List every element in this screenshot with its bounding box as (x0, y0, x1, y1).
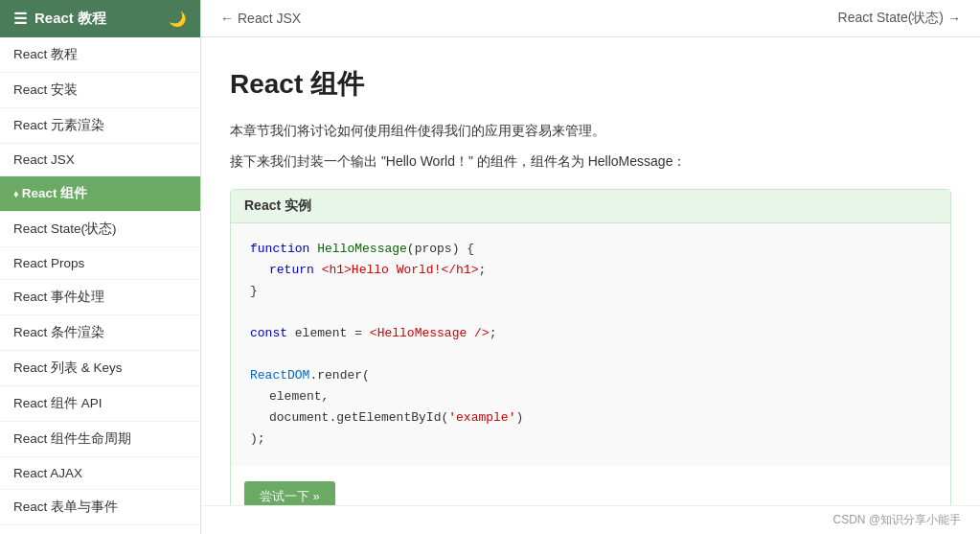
page-desc-1: 本章节我们将讨论如何使用组件使得我们的应用更容易来管理。 (230, 120, 951, 143)
menu-icon: ☰ (13, 10, 27, 28)
sidebar-item-12[interactable]: React AJAX (0, 457, 200, 490)
sidebar-item-11[interactable]: React 组件生命周期 (0, 422, 200, 457)
sidebar-item-9[interactable]: React 列表 & Keys (0, 351, 200, 386)
sidebar-item-6[interactable]: React Props (0, 247, 200, 280)
sidebar-item-14[interactable]: React Refs (0, 525, 200, 534)
code-line-6: element, (250, 386, 931, 407)
try-button-wrapper: 尝试一下 » (231, 466, 950, 505)
code-line-8: ); (250, 429, 931, 450)
code-line-4: const element = <HelloMessage />; (250, 323, 931, 344)
sidebar-item-3[interactable]: React JSX (0, 144, 200, 176)
code-line-2: return <h1>Hello World!</h1>; (250, 260, 931, 281)
code-box-title: React 实例 (231, 190, 950, 223)
next-link[interactable]: React State(状态) (838, 10, 961, 27)
sidebar-item-4[interactable]: React 组件 (0, 176, 200, 212)
sidebar-item-8[interactable]: React 条件渲染 (0, 315, 200, 351)
sidebar-item-2[interactable]: React 元素渲染 (0, 108, 200, 144)
code-content: function HelloMessage(props) { return <h… (231, 223, 950, 466)
sidebar-item-13[interactable]: React 表单与事件 (0, 490, 200, 525)
sidebar-title: React 教程 (34, 10, 106, 28)
prev-link[interactable]: React JSX (220, 11, 301, 26)
code-line-7: document.getElementById('example') (250, 407, 931, 429)
navigation-bar: React JSX React State(状态) (201, 0, 980, 37)
sidebar-item-0[interactable]: React 教程 (0, 37, 200, 73)
code-line-1: function HelloMessage(props) { (250, 239, 931, 260)
sidebar-header: ☰ React 教程 🌙 (0, 0, 200, 37)
try-it-button[interactable]: 尝试一下 » (244, 481, 335, 505)
footer-note: CSDN @知识分享小能手 (201, 505, 980, 534)
sidebar-item-7[interactable]: React 事件处理 (0, 280, 200, 315)
code-line-3: } (250, 281, 931, 302)
code-line-5: ReactDOM.render( (250, 365, 931, 386)
main-content: React JSX React State(状态) React 组件 本章节我们… (201, 0, 980, 534)
page-desc-2: 接下来我们封装一个输出 "Hello World！" 的组件，组件名为 Hell… (230, 151, 951, 174)
page-title: React 组件 (230, 66, 951, 103)
sidebar: ☰ React 教程 🌙 React 教程React 安装React 元素渲染R… (0, 0, 201, 534)
sidebar-item-5[interactable]: React State(状态) (0, 212, 200, 247)
code-line-blank1 (250, 302, 931, 323)
moon-icon: 🌙 (169, 11, 187, 28)
sidebar-item-1[interactable]: React 安装 (0, 73, 200, 108)
code-example-box: React 实例 function HelloMessage(props) { … (230, 189, 951, 505)
sidebar-item-10[interactable]: React 组件 API (0, 386, 200, 422)
sidebar-nav: React 教程React 安装React 元素渲染React JSXReact… (0, 37, 200, 534)
code-line-blank2 (250, 344, 931, 365)
content-area: React 组件 本章节我们将讨论如何使用组件使得我们的应用更容易来管理。 接下… (201, 37, 980, 505)
